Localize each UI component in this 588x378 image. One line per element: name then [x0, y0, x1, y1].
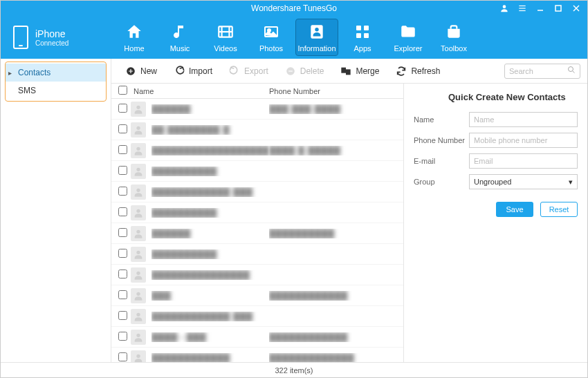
row-checkbox[interactable]: [118, 332, 127, 341]
row-checkbox[interactable]: [118, 311, 127, 320]
group-select[interactable]: Ungrouped ▾: [469, 174, 578, 189]
row-checkbox[interactable]: [118, 270, 127, 278]
form-title: Quick Create New Contacts: [414, 92, 578, 102]
nav-toolbox[interactable]: Toolbox: [431, 16, 477, 59]
nav-music[interactable]: Music: [157, 16, 203, 59]
table-row[interactable]: ██████████: [111, 244, 403, 265]
device-panel[interactable]: iPhone Connected: [1, 16, 111, 59]
row-checkbox[interactable]: [118, 104, 127, 113]
phone-label: Phone Number: [414, 136, 469, 144]
search-box[interactable]: [504, 64, 580, 79]
apps-icon: [353, 22, 372, 41]
sidebar-label-contacts: Contacts: [18, 68, 50, 77]
contact-phone: ████████████: [269, 291, 348, 301]
contact-name: ██ ████████ █: [151, 125, 230, 135]
contact-phone: █████████████: [269, 353, 355, 363]
table-row[interactable]: ██████████: [111, 202, 403, 223]
avatar-icon: [131, 288, 146, 303]
delete-icon: [285, 66, 296, 77]
import-icon: [174, 66, 185, 77]
table-row[interactable]: ███████████████: [111, 265, 403, 285]
svg-point-28: [136, 126, 140, 129]
table-row[interactable]: ████████████████: [111, 223, 403, 244]
group-value: Ungrouped: [474, 178, 511, 186]
row-checkbox[interactable]: [118, 166, 127, 175]
row-checkbox[interactable]: [118, 352, 127, 361]
avatar-icon: [131, 247, 146, 262]
merge-icon: [340, 66, 351, 77]
avatar-icon: [131, 226, 146, 241]
svg-point-34: [136, 250, 140, 254]
table-row[interactable]: ████—███████████████: [111, 327, 403, 348]
import-button[interactable]: Import: [167, 63, 219, 79]
nav-apps[interactable]: Apps: [340, 16, 385, 59]
table-row[interactable]: █████████████████████████: [111, 348, 403, 362]
svg-rect-17: [364, 26, 369, 30]
table-row[interactable]: ██████████: [111, 161, 403, 182]
toolbar: New Import Export Delete Merge Refresh: [111, 59, 587, 84]
avatar-icon: [131, 350, 146, 363]
save-button[interactable]: Save: [496, 202, 533, 217]
sidebar-label-sms: SMS: [18, 86, 36, 95]
table-row[interactable]: ███████████████: [111, 285, 403, 306]
contacts-list: Name Phone Number █████████ ███ ██████ █…: [111, 84, 404, 362]
contact-name: ████████████: [151, 353, 230, 363]
row-checkbox[interactable]: [118, 187, 127, 196]
row-checkbox[interactable]: [118, 145, 127, 154]
sidebar-highlight-group: Contacts SMS: [5, 62, 107, 102]
svg-rect-18: [356, 33, 361, 38]
table-row[interactable]: ████████████ ███: [111, 306, 403, 327]
photos-icon: [261, 22, 281, 41]
row-checkbox[interactable]: [118, 249, 127, 258]
col-name[interactable]: Name: [131, 87, 269, 95]
contact-name: ██████████: [151, 167, 217, 176]
select-all-checkbox[interactable]: [118, 86, 127, 95]
row-checkbox[interactable]: [118, 207, 127, 216]
row-checkbox[interactable]: [118, 228, 127, 237]
nav-home[interactable]: Home: [111, 16, 157, 59]
email-input[interactable]: [469, 153, 578, 169]
merge-button[interactable]: Merge: [333, 63, 386, 79]
maximize-button[interactable]: [550, 2, 567, 15]
contact-phone: ██████████: [269, 229, 335, 238]
table-row[interactable]: █████████ ███ ████: [111, 99, 403, 120]
row-checkbox[interactable]: [118, 124, 127, 133]
nav-explorer[interactable]: Explorer: [385, 16, 431, 59]
search-input[interactable]: [509, 67, 567, 75]
nav-information[interactable]: Information: [295, 19, 338, 56]
table-row[interactable]: ██ ████████ █: [111, 120, 403, 140]
svg-point-32: [136, 209, 140, 212]
row-checkbox[interactable]: [118, 290, 127, 299]
reset-button[interactable]: Reset: [540, 202, 578, 217]
svg-point-0: [503, 5, 506, 8]
table-row[interactable]: ████████████ ███: [111, 182, 403, 202]
svg-point-27: [136, 105, 140, 108]
list-header: Name Phone Number: [111, 84, 403, 99]
table-row[interactable]: ██████████████████████ █ █████: [111, 140, 403, 161]
phone-input[interactable]: [469, 133, 578, 148]
user-icon[interactable]: [496, 2, 513, 15]
name-label: Name: [414, 115, 469, 124]
svg-point-39: [136, 354, 140, 357]
close-button[interactable]: [568, 2, 585, 15]
videos-icon: [216, 22, 235, 41]
list-body[interactable]: █████████ ███ ██████ ████████ ██████████…: [111, 99, 403, 362]
col-phone[interactable]: Phone Number: [269, 87, 403, 95]
nav-videos[interactable]: Videos: [203, 16, 248, 59]
svg-point-35: [136, 271, 140, 274]
sidebar-item-sms[interactable]: SMS: [6, 82, 106, 100]
name-input[interactable]: [469, 112, 578, 127]
svg-rect-19: [364, 33, 369, 38]
svg-rect-5: [555, 6, 561, 11]
contact-name: ████████████ ███: [151, 312, 253, 321]
sidebar-item-contacts[interactable]: Contacts: [6, 64, 106, 82]
music-icon: [170, 22, 190, 41]
explorer-icon: [398, 22, 418, 41]
avatar-icon: [131, 122, 146, 138]
menu-icon[interactable]: [514, 2, 531, 15]
minimize-button[interactable]: [532, 2, 549, 15]
sidebar: Contacts SMS: [1, 59, 111, 362]
new-button[interactable]: New: [118, 63, 164, 79]
refresh-button[interactable]: Refresh: [389, 63, 447, 79]
nav-photos[interactable]: Photos: [248, 16, 294, 59]
